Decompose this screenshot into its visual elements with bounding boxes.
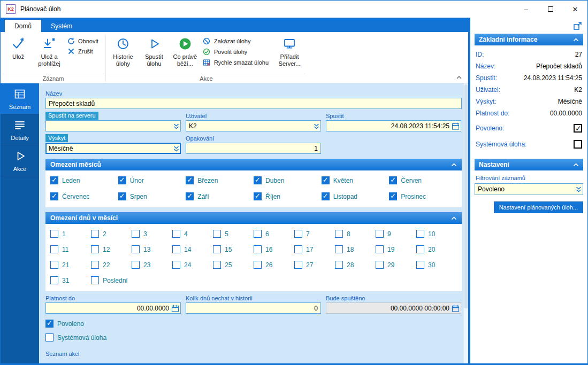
month-label: Prosinec: [401, 193, 426, 200]
save-and-view-button[interactable]: Ulož a prohlížej: [34, 33, 65, 74]
repeat-input[interactable]: 1: [186, 143, 321, 154]
day-checkbox-12[interactable]: [91, 245, 99, 253]
maximize-button[interactable]: [538, 1, 563, 18]
close-button[interactable]: ✕: [563, 1, 587, 18]
vertical-scrollbar[interactable]: [463, 83, 468, 363]
day-checkbox-4[interactable]: [172, 230, 180, 238]
enable-tasks-button[interactable]: Povolit úlohy: [201, 48, 274, 56]
day-checkbox-18[interactable]: [335, 245, 343, 253]
month-checkbox-Březen[interactable]: [186, 176, 194, 184]
day-checkbox-3[interactable]: [132, 230, 140, 238]
day-checkbox-29[interactable]: [376, 261, 384, 269]
month-checkbox-Únor[interactable]: [118, 176, 126, 184]
day-checkbox-8[interactable]: [335, 230, 343, 238]
sidebar-item-detaily[interactable]: Detaily: [1, 114, 39, 145]
month-checkbox-Říjen[interactable]: [254, 192, 262, 200]
save-button[interactable]: Ulož: [3, 33, 34, 74]
open-in-window-icon[interactable]: [573, 21, 582, 32]
day-item-10: 10: [416, 230, 457, 238]
system-task-checkbox[interactable]: [45, 333, 54, 341]
day-checkbox-Poslední[interactable]: [91, 276, 99, 284]
day-checkbox-21[interactable]: [50, 261, 58, 269]
tab-domu[interactable]: Domů: [5, 20, 41, 32]
day-label: 24: [184, 261, 191, 269]
sidebar-item-akce[interactable]: Akce: [1, 145, 39, 176]
cancel-button[interactable]: Zrušit: [65, 48, 104, 55]
refresh-button[interactable]: Obnovit: [65, 37, 104, 45]
calendar-icon[interactable]: [171, 304, 179, 312]
month-checkbox-Září[interactable]: [186, 192, 194, 200]
calendar-icon[interactable]: [452, 122, 460, 130]
chevron-down-icon[interactable]: [576, 186, 582, 193]
day-checkbox-2[interactable]: [91, 230, 99, 238]
whats-running-button[interactable]: Co právě běží...: [170, 33, 201, 74]
chevron-down-icon[interactable]: [173, 122, 179, 129]
quick-delete-task-button[interactable]: Rychle smazat úlohu: [201, 59, 274, 66]
day-checkbox-17[interactable]: [294, 245, 302, 253]
day-checkbox-15[interactable]: [213, 245, 221, 253]
day-checkbox-6[interactable]: [254, 230, 262, 238]
month-checkbox-Květen[interactable]: [322, 176, 330, 184]
history-days-input[interactable]: 0: [186, 302, 321, 314]
ribbon-collapse-button[interactable]: [456, 73, 462, 81]
month-checkbox-Leden[interactable]: [50, 176, 58, 184]
day-checkbox-14[interactable]: [172, 245, 180, 253]
chevron-up-icon[interactable]: [451, 214, 457, 222]
month-checkbox-Prosinec[interactable]: [389, 192, 397, 200]
day-checkbox-26[interactable]: [254, 261, 262, 269]
chevron-up-icon[interactable]: [573, 36, 579, 43]
section-header-months[interactable]: Omezení měsíců: [45, 159, 462, 170]
run-task-button[interactable]: Spustit úlohu: [139, 33, 170, 74]
day-checkbox-16[interactable]: [254, 245, 262, 253]
month-checkbox-Listopad[interactable]: [322, 192, 330, 200]
user-combo[interactable]: K2: [186, 120, 321, 131]
chevron-down-icon[interactable]: [173, 145, 179, 152]
scrollbar-thumb[interactable]: [464, 84, 468, 308]
day-checkbox-19[interactable]: [376, 245, 384, 253]
group-label-akce: Akce: [108, 74, 305, 83]
day-checkbox-27[interactable]: [294, 261, 302, 269]
day-checkbox-10[interactable]: [416, 230, 424, 238]
day-label: 2: [103, 230, 106, 238]
day-checkbox-31[interactable]: [50, 276, 58, 284]
day-item-8: 8: [335, 230, 376, 238]
day-checkbox-1[interactable]: [50, 230, 58, 238]
chevron-up-icon[interactable]: [451, 161, 457, 168]
chevron-down-icon[interactable]: [314, 122, 319, 129]
minimize-button[interactable]: –: [514, 1, 538, 18]
assign-server-button[interactable]: Přiřadit Server...: [274, 33, 305, 74]
month-checkbox-Červenec[interactable]: [50, 192, 58, 200]
day-checkbox-11[interactable]: [50, 245, 58, 253]
day-checkbox-24[interactable]: [172, 261, 180, 269]
run-on-server-combo[interactable]: [45, 120, 181, 131]
tab-system[interactable]: Systém: [41, 20, 82, 32]
day-checkbox-28[interactable]: [335, 261, 343, 269]
month-checkbox-Duben[interactable]: [254, 176, 262, 184]
calendar-icon: [452, 304, 460, 312]
task-history-button[interactable]: Historie úlohy: [108, 33, 139, 74]
day-checkbox-22[interactable]: [91, 261, 99, 269]
valid-until-input[interactable]: 00.00.0000: [45, 302, 181, 314]
name-input[interactable]: [45, 98, 462, 109]
day-checkbox-7[interactable]: [294, 230, 302, 238]
day-checkbox-9[interactable]: [376, 230, 384, 238]
day-checkbox-23[interactable]: [132, 261, 140, 269]
sidebar-item-seznam[interactable]: Seznam: [1, 83, 39, 114]
filter-records-combo[interactable]: Povoleno: [475, 183, 583, 195]
scheduled-tasks-settings-button[interactable]: Nastavení plánovaných úloh...: [494, 201, 583, 213]
enabled-checkbox[interactable]: [45, 320, 54, 328]
day-checkbox-30[interactable]: [416, 261, 424, 269]
day-checkbox-5[interactable]: [213, 230, 221, 238]
month-checkbox-Srpen[interactable]: [118, 192, 126, 200]
day-checkbox-13[interactable]: [132, 245, 140, 253]
day-checkbox-25[interactable]: [213, 261, 221, 269]
panel-header-basic-info[interactable]: Základní informace: [475, 34, 583, 45]
month-checkbox-Červen[interactable]: [389, 176, 397, 184]
chevron-up-icon[interactable]: [573, 161, 579, 168]
start-datetime-input[interactable]: 24.08.2023 11:54:25: [326, 120, 461, 131]
panel-header-settings[interactable]: Nastavení: [475, 159, 583, 170]
day-checkbox-20[interactable]: [416, 245, 424, 253]
disable-tasks-button[interactable]: Zakázat úlohy: [201, 37, 274, 45]
occurrence-combo[interactable]: Měsíčně: [45, 143, 181, 154]
section-header-days[interactable]: Omezení dnů v měsíci: [45, 212, 462, 224]
